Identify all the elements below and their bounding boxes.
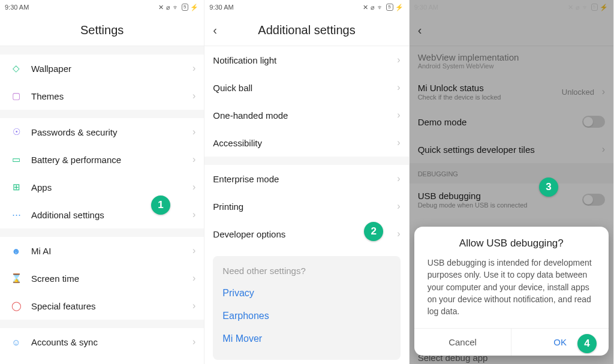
one-handed-row[interactable]: One-handed mode › xyxy=(204,101,408,129)
chevron-right-icon: › xyxy=(192,209,195,220)
wifi-icon: ᯤ xyxy=(173,4,180,11)
status-icons: ✕ ⌀ ᯤ 5 ⚡ xyxy=(158,4,199,11)
settings-panel: 9:30 AM ✕ ⌀ ᯤ 5 ⚡ Settings ◇ Wallpaper ›… xyxy=(0,0,204,364)
feedback-row[interactable]: ? Feedback › xyxy=(0,356,204,364)
earphones-link[interactable]: Earphones xyxy=(222,305,390,327)
battery-icon: ▭ xyxy=(8,154,24,165)
one-handed-label: One-handed mode xyxy=(213,110,288,121)
dnd-icon: ✕ xyxy=(363,4,369,11)
screentime-row[interactable]: ⌛ Screen time › xyxy=(0,264,204,292)
quick-ball-label: Quick ball xyxy=(213,83,252,93)
additional-settings-panel: 9:30 AM ✕ ⌀ ᯤ 5 ⚡ ‹ Additional settings … xyxy=(204,0,409,364)
additional-label: Additional settings xyxy=(31,210,104,220)
status-bar: 9:30 AM ✕ ⌀ ᯤ 5 ⚡ xyxy=(204,0,408,14)
dialog-cancel-button[interactable]: Cancel xyxy=(414,329,512,356)
wallpaper-icon: ◇ xyxy=(8,63,24,74)
charging-icon: ⚡ xyxy=(190,4,199,11)
accounts-row[interactable]: ☺ Accounts & sync › xyxy=(0,328,204,356)
battery-row[interactable]: ▭ Battery & performance › xyxy=(0,146,204,173)
accounts-icon: ☺ xyxy=(8,337,24,347)
status-time: 9:30 AM xyxy=(5,4,29,11)
settings-title: Settings xyxy=(0,14,204,46)
notification-light-row[interactable]: Notification light › xyxy=(204,46,408,74)
enterprise-label: Enterprise mode xyxy=(213,174,279,184)
status-time: 9:30 AM xyxy=(209,4,233,11)
dnd-icon: ✕ xyxy=(158,4,164,11)
accounts-label: Accounts & sync xyxy=(31,337,98,347)
printing-row[interactable]: Printing › xyxy=(204,192,408,220)
chevron-right-icon: › xyxy=(192,91,195,101)
additional-settings-row[interactable]: ⋯ Additional settings › xyxy=(0,201,204,228)
chevron-right-icon: › xyxy=(397,82,400,93)
enterprise-row[interactable]: Enterprise mode › xyxy=(204,165,408,192)
additional-title-bar: ‹ Additional settings xyxy=(204,14,408,46)
themes-label: Themes xyxy=(31,91,64,101)
themes-row[interactable]: ▢ Themes › xyxy=(0,82,204,110)
chevron-right-icon: › xyxy=(397,110,400,121)
dialog-body: USB debugging is intended for developmen… xyxy=(414,257,609,328)
chevron-right-icon: › xyxy=(192,182,195,192)
wallpaper-row[interactable]: ◇ Wallpaper › xyxy=(0,55,204,82)
battery-label: Battery & performance xyxy=(31,155,121,165)
more-icon: ⋯ xyxy=(8,209,24,220)
developer-options-label: Developer options xyxy=(213,229,285,239)
chevron-right-icon: › xyxy=(192,300,195,311)
chevron-right-icon: › xyxy=(192,245,195,256)
dialog-title: Allow USB debugging? xyxy=(414,227,609,257)
screentime-label: Screen time xyxy=(31,273,79,284)
other-settings-question: Need other settings? xyxy=(222,266,390,276)
other-settings-box: Need other settings? Privacy Earphones M… xyxy=(213,256,400,360)
wallpaper-label: Wallpaper xyxy=(31,64,71,74)
back-button[interactable]: ‹ xyxy=(213,23,217,37)
additional-title-text: Additional settings xyxy=(258,23,355,37)
special-row[interactable]: ◯ Special features › xyxy=(0,292,204,320)
miai-row[interactable]: ☻ Mi AI › xyxy=(0,237,204,264)
charging-icon: ⚡ xyxy=(395,4,404,11)
chevron-right-icon: › xyxy=(397,137,400,148)
rotate-lock-icon: ⌀ xyxy=(166,4,171,11)
apps-label: Apps xyxy=(31,182,52,192)
battery-icon: 5 xyxy=(386,4,393,11)
settings-title-text: Settings xyxy=(80,23,124,37)
step-badge-4: 4 xyxy=(577,334,597,353)
passwords-label: Passwords & security xyxy=(31,127,117,137)
apps-row[interactable]: ⊞ Apps › xyxy=(0,173,204,201)
chevron-right-icon: › xyxy=(192,273,195,284)
chevron-right-icon: › xyxy=(397,201,400,212)
chevron-right-icon: › xyxy=(397,55,400,65)
passwords-row[interactable]: ☉ Passwords & security › xyxy=(0,118,204,146)
miai-label: Mi AI xyxy=(31,246,51,256)
chevron-right-icon: › xyxy=(397,173,400,184)
rotate-lock-icon: ⌀ xyxy=(371,4,375,11)
hourglass-icon: ⌛ xyxy=(8,273,24,284)
developer-options-panel: 9:30 AM ✕ ⌀ ᯤ 5 ⚡ ‹ Developer options We… xyxy=(410,0,614,364)
privacy-link[interactable]: Privacy xyxy=(222,282,390,305)
step-badge-3: 3 xyxy=(539,178,558,197)
accessibility-label: Accessibility xyxy=(213,138,262,148)
notification-light-label: Notification light xyxy=(213,55,276,65)
status-bar: 9:30 AM ✕ ⌀ ᯤ 5 ⚡ xyxy=(0,0,204,14)
special-icon: ◯ xyxy=(8,300,24,311)
chevron-right-icon: › xyxy=(192,154,195,165)
printing-label: Printing xyxy=(213,201,243,212)
chevron-right-icon: › xyxy=(192,127,195,137)
special-label: Special features xyxy=(31,301,96,311)
accessibility-row[interactable]: Accessibility › xyxy=(204,129,408,157)
battery-icon: 5 xyxy=(182,4,188,11)
themes-icon: ▢ xyxy=(8,91,24,101)
mimover-link[interactable]: Mi Mover xyxy=(222,327,390,350)
apps-icon: ⊞ xyxy=(8,182,24,192)
step-badge-1: 1 xyxy=(151,195,170,215)
chevron-right-icon: › xyxy=(397,228,400,239)
chevron-right-icon: › xyxy=(192,336,195,347)
miai-icon: ☻ xyxy=(8,246,24,256)
wifi-icon: ᯤ xyxy=(377,4,384,11)
security-icon: ☉ xyxy=(8,127,24,137)
status-icons: ✕ ⌀ ᯤ 5 ⚡ xyxy=(363,4,404,11)
chevron-right-icon: › xyxy=(192,63,195,74)
quick-ball-row[interactable]: Quick ball › xyxy=(204,74,408,101)
